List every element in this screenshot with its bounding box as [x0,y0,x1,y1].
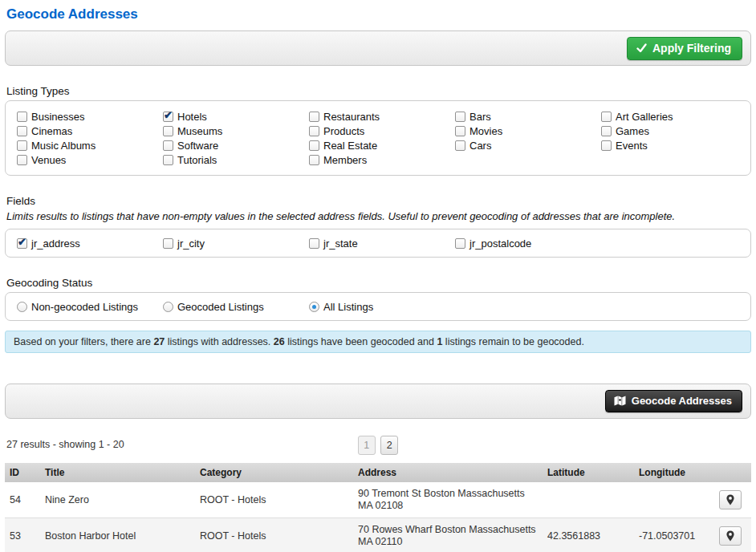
checkbox-icon[interactable] [309,155,319,165]
checkbox-tutorials[interactable]: Tutorials [163,152,309,167]
radio-non-geocoded-listings[interactable]: Non-geocoded Listings [17,299,163,314]
checkbox-businesses[interactable]: Businesses [17,109,163,124]
checkbox-icon[interactable] [601,126,612,136]
checkbox-label: Games [616,125,649,137]
checkbox-icon[interactable] [309,238,319,249]
page-button-2[interactable]: 2 [380,436,398,455]
column-header-latitude: Latitude [543,463,634,482]
checkbox-games[interactable]: Games [601,124,747,138]
cell-id: 54 [5,482,40,518]
apply-filtering-button[interactable]: Apply Filtering [627,37,742,60]
results-bar: 27 results - showing 1 - 20 1 2 [5,435,751,456]
checkbox-hotels[interactable]: Hotels [163,109,309,124]
checkbox-icon[interactable] [309,112,319,122]
checkbox-icon[interactable] [17,126,27,136]
radio-label: Geocoded Listings [177,301,264,313]
checkbox-icon[interactable] [455,112,465,122]
checkbox-label: Restaurants [323,111,380,123]
checkbox-icon[interactable] [455,126,465,136]
checkbox-cinemas[interactable]: Cinemas [17,124,163,138]
map-pin-button[interactable] [719,490,742,509]
apply-filtering-label: Apply Filtering [652,42,731,55]
checkbox-icon[interactable] [601,112,612,122]
checkbox-jr-postalcode[interactable]: jr_postalcode [455,236,601,250]
checkbox-products[interactable]: Products [309,124,455,138]
checkbox-jr-city[interactable]: jr_city [163,236,309,250]
geocode-addresses-label: Geocode Addresses [632,395,732,407]
checkbox-icon[interactable] [455,140,465,151]
checkbox-label: Museums [177,125,222,137]
checkbox-label: Art Galleries [616,111,673,123]
column-header-category: Category [195,463,353,482]
checkbox-icon[interactable] [17,238,27,249]
checkbox-label: Cinemas [31,125,72,137]
checkbox-icon[interactable] [163,238,173,249]
column-header-actions [714,463,751,482]
geocoding-status-heading: Geocoding Status [6,277,751,289]
checkbox-art-galleries[interactable]: Art Galleries [601,109,747,124]
checkbox-museums[interactable]: Museums [163,124,309,138]
radio-icon[interactable] [309,302,319,312]
radio-label: All Listings [323,301,373,313]
cell-category: ROOT - Hotels [195,482,353,518]
checkbox-software[interactable]: Software [163,138,309,152]
checkbox-real-estate[interactable]: Real Estate [309,138,455,152]
page-title: Geocode Addresses [6,6,751,22]
cell-address: 90 Tremont St Boston Massachusetts MA 02… [353,482,543,518]
listing-types-column: Bars Movies Cars [455,109,601,167]
checkbox-jr-state[interactable]: jr_state [309,236,455,250]
checkbox-jr-address[interactable]: jr_address [17,236,163,250]
geocode-addresses-button[interactable]: Geocode Addresses [605,390,742,412]
checkbox-label: Movies [469,125,502,137]
checkbox-venues[interactable]: Venues [17,152,163,167]
radio-icon[interactable] [163,302,173,312]
table-row: 54 Nine Zero ROOT - Hotels 90 Tremont St… [5,482,751,518]
checkbox-icon[interactable] [17,112,27,122]
summary-geocoded-count: 26 [274,336,285,347]
listing-types-panel: Businesses Cinemas Music Albums Venues H… [5,100,751,176]
checkbox-icon[interactable] [163,112,173,122]
checkbox-music-albums[interactable]: Music Albums [17,138,163,152]
checkbox-label: Events [616,140,648,152]
checkbox-icon[interactable] [17,140,27,151]
checkbox-icon[interactable] [163,140,173,151]
map-icon [614,396,626,406]
checkbox-label: Music Albums [31,140,96,152]
map-pin-icon [726,530,735,542]
checkbox-cars[interactable]: Cars [455,138,601,152]
listing-types-column: Hotels Museums Software Tutorials [163,109,309,167]
checkbox-label: jr_state [323,237,358,250]
checkbox-restaurants[interactable]: Restaurants [309,109,455,124]
page-button-1[interactable]: 1 [358,436,376,455]
checkbox-icon[interactable] [17,155,27,165]
checkbox-icon[interactable] [309,140,319,151]
map-pin-icon [726,494,735,505]
radio-icon[interactable] [17,302,27,312]
listing-types-column: Art Galleries Games Events [601,109,747,167]
checkbox-bars[interactable]: Bars [455,109,601,124]
radio-geocoded-listings[interactable]: Geocoded Listings [163,299,309,314]
checkbox-members[interactable]: Members [309,152,455,167]
checkbox-label: Businesses [31,111,84,123]
checkbox-icon[interactable] [163,155,173,165]
cell-id: 53 [5,518,40,552]
cell-title: Nine Zero [40,482,195,518]
checkbox-icon[interactable] [455,238,465,249]
fields-note: Limits results to listings that have non… [6,210,751,222]
column-header-title: Title [40,463,195,482]
radio-all-listings[interactable]: All Listings [309,299,455,314]
table-row: 53 Boston Harbor Hotel ROOT - Hotels 70 … [5,518,751,552]
checkbox-icon[interactable] [601,140,612,151]
map-pin-button[interactable] [719,526,742,546]
checkbox-label: jr_postalcode [469,237,531,250]
column-header-address: Address [353,463,543,482]
checkbox-icon[interactable] [309,126,319,136]
cell-latitude: 42.3561883 [543,518,634,552]
checkbox-movies[interactable]: Movies [455,124,601,138]
summary-text: listings with addresses. [165,336,273,347]
fields-section: Fields Limits results to listings that h… [5,195,751,258]
checkbox-icon[interactable] [163,126,173,136]
checkbox-events[interactable]: Events [601,138,747,152]
cell-title: Boston Harbor Hotel [40,518,195,552]
results-count: 27 results - showing 1 - 20 [6,439,124,450]
